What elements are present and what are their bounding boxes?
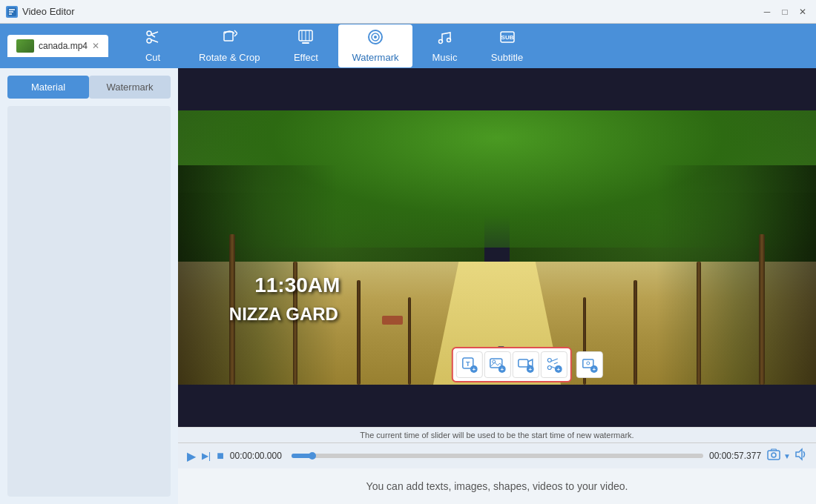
stop-button[interactable]: ■ — [217, 449, 224, 462]
svg-text:+: + — [592, 366, 596, 373]
title-bar: Video Editor ─ □ ✕ — [0, 0, 816, 24]
window-title: Video Editor — [22, 6, 75, 17]
trunk-5 — [759, 234, 765, 385]
svg-point-2 — [147, 39, 151, 43]
svg-text:+: + — [556, 366, 560, 373]
tab-subtitle[interactable]: SUB Subtitle — [478, 24, 537, 67]
watermark-text: NIZZA GARD — [229, 304, 338, 325]
rotate-icon — [221, 29, 237, 49]
file-tab[interactable]: canada.mp4 ✕ — [7, 35, 108, 57]
step-forward-button[interactable]: ▶| — [202, 451, 211, 461]
video-toolbar: T + + — [452, 347, 603, 382]
play-button[interactable]: ▶ — [187, 449, 196, 463]
info-message: The current time of slider will be used … — [360, 431, 634, 440]
watermark-time: 11:30AM — [254, 273, 340, 297]
tab-bar: canada.mp4 ✕ Cut — [0, 24, 816, 68]
sidebar: Material Watermark — [0, 68, 178, 504]
toolbar-group: T + + — [452, 347, 572, 382]
svg-point-42 — [771, 453, 776, 457]
title-bar-left: Video Editor — [6, 6, 75, 18]
trunk-3 — [357, 280, 361, 385]
svg-point-15 — [438, 40, 442, 44]
file-thumbnail — [16, 39, 34, 53]
tab-music-label: Music — [432, 52, 458, 63]
sidebar-tab-watermark[interactable]: Watermark — [89, 76, 171, 99]
title-bar-controls: ─ □ ✕ — [760, 4, 810, 19]
info-main: You can add texts, images, shapes, video… — [178, 468, 816, 504]
video-area: 11:30AM NIZZA GARD ▼ T + — [178, 68, 816, 427]
info-bar: The current time of slider will be used … — [178, 427, 816, 442]
main-message: You can add texts, images, shapes, video… — [366, 480, 628, 492]
progress-bar[interactable] — [292, 454, 703, 458]
video-controls: ▶ ▶| ■ 00:00:00.000 00:00:57.377 ▼ — [178, 442, 816, 468]
trunk-6 — [697, 262, 701, 385]
main-content: Material Watermark — [0, 68, 816, 504]
right-panel: 11:30AM NIZZA GARD ▼ T + — [178, 68, 816, 504]
sidebar-content — [7, 106, 171, 497]
trunk-7 — [634, 280, 637, 385]
tab-cut[interactable]: Cut — [123, 24, 182, 67]
tab-watermark-label: Watermark — [352, 52, 398, 63]
svg-line-5 — [151, 35, 156, 38]
tab-music[interactable]: Music — [415, 24, 475, 67]
sidebar-tabs: Material Watermark — [7, 76, 171, 99]
file-close[interactable]: ✕ — [92, 41, 99, 51]
svg-text:+: + — [500, 366, 504, 373]
bench-left — [382, 316, 403, 325]
svg-rect-11 — [302, 42, 309, 44]
cut-icon — [145, 29, 161, 49]
tab-rotate-label: Rotate & Crop — [199, 52, 260, 63]
trunk-4 — [408, 297, 411, 385]
add-image-button[interactable]: + — [484, 351, 511, 378]
subtitle-icon: SUB — [499, 29, 516, 49]
add-text-button[interactable]: T + — [456, 351, 483, 378]
time-end: 00:00:57.377 — [709, 451, 761, 461]
svg-point-30 — [547, 359, 551, 362]
svg-point-16 — [447, 39, 450, 42]
dropdown-icon[interactable]: ▼ — [783, 452, 791, 460]
restore-button[interactable]: □ — [777, 4, 792, 19]
file-name: canada.mp4 — [39, 41, 88, 51]
tab-rotate[interactable]: Rotate & Crop — [185, 24, 273, 67]
svg-line-3 — [151, 32, 159, 35]
add-other-button[interactable]: + — [576, 351, 603, 378]
svg-line-4 — [151, 40, 159, 43]
svg-text:T: T — [466, 360, 470, 368]
tab-effect-label: Effect — [294, 52, 318, 63]
add-video-button[interactable]: + — [513, 351, 539, 378]
app-icon — [6, 6, 18, 18]
progress-handle[interactable] — [309, 452, 316, 460]
svg-rect-27 — [519, 359, 528, 367]
tab-watermark[interactable]: Watermark — [338, 24, 412, 67]
close-button[interactable]: ✕ — [795, 4, 810, 19]
svg-line-32 — [551, 359, 558, 362]
svg-point-31 — [547, 366, 551, 370]
svg-point-14 — [374, 36, 377, 39]
svg-point-1 — [147, 31, 151, 36]
tab-effect[interactable]: Effect — [276, 24, 335, 67]
watermark-icon — [367, 29, 384, 49]
volume-icon[interactable] — [794, 448, 807, 464]
minimize-button[interactable]: ─ — [760, 4, 774, 19]
svg-text:SUB: SUB — [501, 34, 513, 41]
svg-point-38 — [587, 362, 590, 365]
nav-tabs: Cut Rotate & Crop — [123, 24, 536, 67]
camera-icon[interactable] — [767, 448, 780, 464]
music-icon — [437, 29, 453, 49]
svg-text:+: + — [528, 366, 532, 373]
svg-rect-41 — [768, 451, 780, 460]
svg-text:+: + — [472, 366, 476, 373]
add-shape-button[interactable]: + — [541, 351, 567, 378]
effect-icon — [297, 29, 314, 49]
ctrl-icons-right: ▼ — [767, 448, 807, 464]
time-start: 00:00:00.000 — [230, 451, 286, 461]
tab-cut-label: Cut — [145, 52, 160, 63]
tab-subtitle-label: Subtitle — [491, 52, 523, 63]
sidebar-tab-material[interactable]: Material — [7, 76, 89, 99]
svg-line-34 — [554, 362, 558, 364]
